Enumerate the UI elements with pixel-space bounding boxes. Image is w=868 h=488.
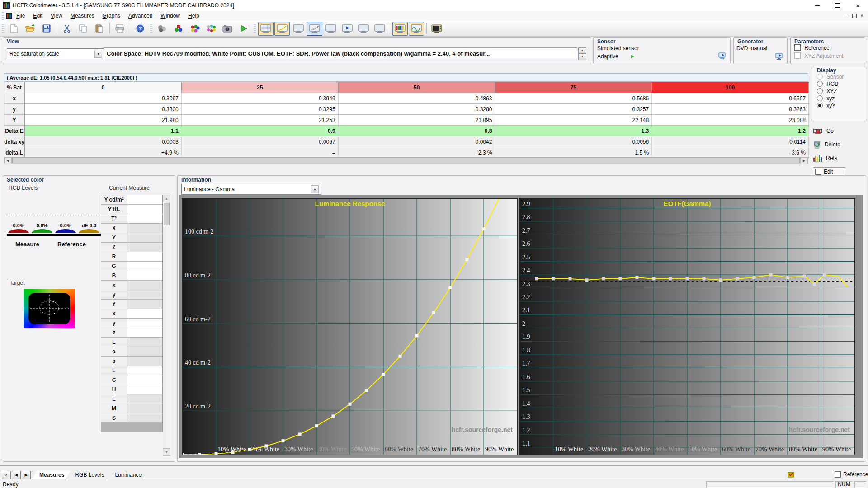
sensor-run-icon[interactable] bbox=[630, 54, 635, 59]
table-cell[interactable]: 0.3949 bbox=[182, 93, 339, 103]
view-info-spinner[interactable]: ▲ ▼ bbox=[578, 47, 586, 60]
measure-row-value[interactable] bbox=[127, 394, 162, 404]
table-cell[interactable]: 0.3097 bbox=[25, 93, 182, 103]
spinner-down-icon[interactable]: ▼ bbox=[578, 54, 586, 60]
table-cell[interactable]: 0.3295 bbox=[182, 104, 339, 114]
table-cell[interactable]: 0.9 bbox=[182, 126, 339, 136]
view-gamut-button[interactable] bbox=[291, 22, 306, 36]
table-cell[interactable]: 0.5686 bbox=[495, 93, 652, 103]
scroll-up-icon[interactable]: ▲ bbox=[163, 195, 170, 202]
primaries-measures-button[interactable] bbox=[187, 22, 203, 36]
measure-row-value[interactable] bbox=[127, 243, 162, 252]
view-tracking-button[interactable] bbox=[356, 22, 371, 36]
table-horizontal-scrollbar[interactable]: ◀ ▶ bbox=[4, 157, 808, 164]
measure-row-value[interactable] bbox=[127, 300, 162, 309]
column-header[interactable]: 75 bbox=[495, 82, 652, 93]
menu-item[interactable]: Window bbox=[156, 11, 184, 20]
mdi-close-button[interactable]: × bbox=[860, 13, 863, 19]
measure-row-value[interactable] bbox=[127, 328, 162, 337]
measure-row-value[interactable] bbox=[127, 319, 162, 328]
table-cell[interactable]: 0.3257 bbox=[495, 104, 652, 114]
table-cell[interactable]: 1.1 bbox=[25, 126, 182, 136]
table-cell[interactable]: 0.4863 bbox=[339, 93, 495, 103]
table-cell[interactable]: 23.088 bbox=[652, 115, 809, 125]
toolbar-gripper[interactable] bbox=[254, 24, 256, 33]
table-cell[interactable]: 0.0042 bbox=[339, 136, 495, 147]
measure-row-value[interactable] bbox=[127, 205, 162, 214]
measure-table-scrollbar[interactable]: ▲ ▼ bbox=[163, 195, 170, 456]
prev-tab-icon[interactable]: ◀ bbox=[12, 471, 21, 479]
open-file-button[interactable] bbox=[23, 22, 38, 36]
scroll-left-icon[interactable]: ◀ bbox=[4, 157, 12, 164]
all-measures-button[interactable] bbox=[203, 22, 219, 36]
graph-type-select[interactable]: Luminance - Gamma ▼ bbox=[181, 184, 321, 195]
view-cie-diagram-button[interactable] bbox=[323, 22, 339, 36]
maximize-button[interactable] bbox=[827, 0, 848, 11]
next-tab-icon[interactable]: ▶ bbox=[22, 471, 31, 479]
table-cell[interactable]: 0.0003 bbox=[25, 136, 182, 147]
display-option[interactable]: xyz bbox=[817, 95, 844, 103]
free-measures-button[interactable] bbox=[155, 22, 170, 36]
view-waveform-button[interactable] bbox=[409, 22, 424, 36]
mdi-minimize-button[interactable] bbox=[844, 16, 849, 16]
table-cell[interactable]: 1.2 bbox=[652, 126, 809, 136]
table-cell[interactable]: 0.8 bbox=[339, 126, 495, 136]
table-cell[interactable]: -1.5 % bbox=[495, 147, 652, 158]
measure-row-value[interactable] bbox=[127, 195, 162, 204]
measure-row-value[interactable] bbox=[127, 309, 162, 318]
scroll-right-icon[interactable]: ▶ bbox=[800, 157, 808, 164]
tab[interactable]: Measures bbox=[33, 470, 71, 479]
splitter[interactable] bbox=[0, 465, 868, 468]
view-rgb-curves-button[interactable] bbox=[307, 22, 322, 36]
measure-row-value[interactable] bbox=[127, 290, 162, 299]
parameter-option[interactable]: XYZ Adjustment bbox=[794, 52, 843, 61]
edit-toggle[interactable]: Edit bbox=[813, 167, 845, 176]
tray-icon[interactable] bbox=[788, 471, 795, 478]
measure-row-value[interactable] bbox=[127, 271, 162, 280]
minimize-button[interactable] bbox=[807, 0, 827, 11]
measure-row-value[interactable] bbox=[127, 281, 162, 290]
scrollbar-thumb[interactable] bbox=[164, 203, 170, 225]
tab[interactable]: RGB Levels bbox=[68, 470, 111, 479]
table-cell[interactable]: 22.148 bbox=[495, 115, 652, 125]
toolbar-gripper[interactable] bbox=[2, 24, 4, 33]
view-color-bars-button[interactable] bbox=[392, 22, 408, 36]
view-gamma-curve-button[interactable] bbox=[274, 22, 290, 36]
table-cell[interactable]: 0.0056 bbox=[495, 136, 652, 147]
reference-checkbox-icon[interactable] bbox=[835, 471, 841, 478]
help-about-button[interactable]: ? bbox=[132, 22, 148, 36]
run-meas-button[interactable] bbox=[236, 22, 251, 36]
toolbar-gripper[interactable] bbox=[150, 24, 152, 33]
save-button[interactable] bbox=[39, 22, 54, 36]
measure-row-value[interactable] bbox=[127, 375, 162, 385]
table-cell[interactable]: 0.0067 bbox=[182, 136, 339, 147]
table-cell[interactable]: = bbox=[182, 147, 339, 158]
view-info-field[interactable]: Color Space: HDTV Rec709 modified, White… bbox=[104, 47, 577, 59]
column-header[interactable]: 50 bbox=[339, 82, 495, 93]
measure-row-value[interactable] bbox=[127, 224, 162, 233]
view-histogram-button[interactable] bbox=[372, 22, 387, 36]
menu-item[interactable]: View bbox=[47, 11, 66, 20]
toolbar-gripper[interactable] bbox=[2, 12, 4, 20]
refs-button[interactable]: Refs bbox=[813, 152, 863, 164]
display-option[interactable]: RGB bbox=[817, 81, 844, 88]
reference-toggle[interactable]: Reference bbox=[835, 471, 868, 478]
tab[interactable]: Luminance bbox=[108, 470, 148, 479]
column-header[interactable]: 25 bbox=[182, 82, 339, 93]
menu-item[interactable]: Measures bbox=[66, 11, 99, 20]
radio-icon[interactable] bbox=[817, 81, 823, 87]
column-header[interactable]: 100 bbox=[652, 82, 809, 93]
edit-checkbox-icon[interactable] bbox=[815, 169, 821, 175]
delete-button[interactable]: Delete bbox=[813, 138, 863, 150]
table-cell[interactable]: 1.3 bbox=[495, 126, 652, 136]
scrollbar-thumb[interactable] bbox=[12, 157, 800, 163]
column-header[interactable]: 0 bbox=[25, 82, 182, 93]
measure-row-value[interactable] bbox=[127, 347, 162, 356]
display-option[interactable]: XYZ bbox=[817, 88, 844, 95]
sensor-config-icon[interactable] bbox=[718, 52, 726, 60]
radio-icon[interactable] bbox=[817, 74, 823, 80]
scroll-down-icon[interactable]: ▼ bbox=[163, 448, 170, 455]
view-crt-pattern-button[interactable] bbox=[429, 22, 444, 36]
measure-row-value[interactable] bbox=[127, 233, 162, 242]
parameter-option[interactable]: Reference bbox=[794, 44, 843, 52]
